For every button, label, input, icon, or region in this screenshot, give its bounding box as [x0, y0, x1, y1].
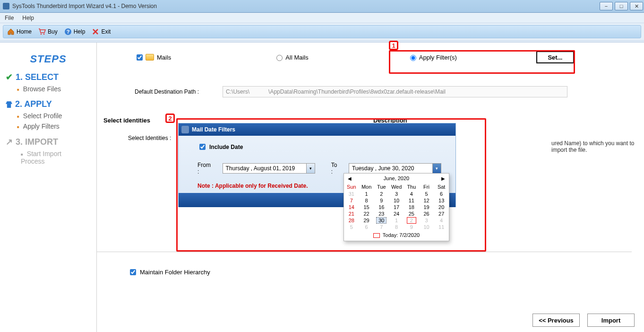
- calendar-day[interactable]: 1: [389, 217, 404, 224]
- calendar-day[interactable]: 3: [389, 191, 404, 197]
- menu-file[interactable]: File: [5, 15, 14, 21]
- toolbar-help-label: Help: [74, 28, 86, 35]
- highlight-1: [389, 50, 575, 74]
- calendar-day[interactable]: 4: [404, 191, 419, 197]
- badge-2: 2: [165, 114, 175, 123]
- calendar-day[interactable]: 5: [344, 224, 359, 230]
- calendar-day[interactable]: 8: [359, 197, 374, 204]
- all-mails-label: All Mails: [285, 54, 308, 61]
- all-mails-radio[interactable]: [276, 55, 283, 61]
- step-2-apply[interactable]: 2. APPLY: [6, 99, 91, 109]
- calendar-month-label[interactable]: June, 2020: [384, 175, 409, 181]
- toolbar: Home Buy ? Help Exit: [3, 25, 641, 38]
- calendar-day[interactable]: 17: [389, 204, 404, 210]
- window-title: SysTools Thunderbird Import Wizard v4.1 …: [12, 3, 157, 9]
- calendar-day[interactable]: 30: [374, 217, 389, 224]
- to-date-picker[interactable]: Tuesday , June 30, 2020: [349, 163, 441, 174]
- maintain-hierarchy-checkbox[interactable]: [130, 269, 136, 275]
- calendar-day[interactable]: 20: [434, 204, 449, 210]
- calendar-day[interactable]: 1: [359, 191, 374, 197]
- calendar-day[interactable]: 16: [374, 204, 389, 210]
- include-date-checkbox[interactable]: [199, 144, 206, 150]
- step-1-select[interactable]: 1. SELECT: [6, 72, 91, 82]
- mails-checkbox-wrap[interactable]: Mails: [135, 53, 171, 62]
- svg-point-1: [43, 34, 45, 35]
- maintain-hierarchy-wrap[interactable]: Maintain Folder Hierarchy: [128, 268, 210, 277]
- calendar-day[interactable]: 28: [344, 217, 359, 224]
- import-button[interactable]: Import: [587, 314, 635, 327]
- calendar-day[interactable]: 6: [359, 224, 374, 230]
- calendar-day[interactable]: 2: [374, 191, 389, 197]
- from-dropdown-icon[interactable]: [306, 164, 315, 173]
- toolbar-buy[interactable]: Buy: [38, 28, 58, 35]
- toolbar-exit-label: Exit: [101, 28, 111, 35]
- calendar-day[interactable]: 27: [434, 210, 449, 217]
- previous-button[interactable]: << Previous: [532, 314, 580, 327]
- calendar-day[interactable]: 25: [404, 210, 419, 217]
- calendar-today-label: Today: 7/2/2020: [383, 232, 420, 238]
- steps-header: STEPS: [6, 53, 91, 65]
- calendar-day[interactable]: 18: [404, 204, 419, 210]
- minimize-button[interactable]: −: [600, 2, 613, 10]
- calendar-day[interactable]: 3: [419, 217, 434, 224]
- toolbar-exit[interactable]: Exit: [92, 28, 111, 35]
- calendar-day[interactable]: 11: [434, 224, 449, 230]
- calendar-day[interactable]: 6: [434, 191, 449, 197]
- close-button[interactable]: ✕: [630, 2, 643, 10]
- menu-help[interactable]: Help: [22, 15, 34, 21]
- calendar-day[interactable]: 21: [344, 210, 359, 217]
- calendar-day[interactable]: 19: [419, 204, 434, 210]
- badge-1: 1: [389, 41, 398, 50]
- calendar-day[interactable]: 15: [359, 204, 374, 210]
- substep-select-profile[interactable]: Select Profile: [17, 112, 91, 120]
- calendar-day[interactable]: 14: [344, 204, 359, 210]
- mails-checkbox[interactable]: [137, 54, 143, 61]
- steps-sidebar: STEPS 1. SELECT Browse Files 2. APPLY Se…: [0, 43, 97, 332]
- calendar-dow: Sun: [344, 183, 359, 191]
- to-dropdown-icon[interactable]: [432, 164, 441, 173]
- toolbar-help[interactable]: ? Help: [64, 28, 86, 35]
- calendar-day[interactable]: 9: [374, 197, 389, 204]
- calendar-day[interactable]: 9: [404, 224, 419, 230]
- calendar-day[interactable]: 12: [419, 197, 434, 204]
- calendar-day[interactable]: 2: [404, 217, 419, 224]
- calendar-next-month[interactable]: ▶: [441, 176, 445, 181]
- include-date-wrap[interactable]: Include Date: [197, 142, 441, 151]
- from-label: From :: [197, 162, 214, 175]
- calendar-day[interactable]: 8: [389, 224, 404, 230]
- calendar-day[interactable]: 29: [359, 217, 374, 224]
- dest-path-input[interactable]: [223, 86, 567, 97]
- calendar-day[interactable]: 7: [344, 197, 359, 204]
- today-marker-icon: [373, 233, 380, 238]
- calendar-dow: Wed: [389, 183, 404, 191]
- calendar-day[interactable]: 22: [359, 210, 374, 217]
- calendar-day[interactable]: 4: [434, 217, 449, 224]
- to-date-value: Tuesday , June 30, 2020: [352, 165, 414, 172]
- calendar-day[interactable]: 7: [374, 224, 389, 230]
- to-label: To :: [331, 162, 340, 175]
- maximize-button[interactable]: □: [615, 2, 628, 10]
- calendar-day[interactable]: 13: [434, 197, 449, 204]
- dialog-title: Mail Date Filters: [179, 123, 455, 136]
- calendar-day[interactable]: 31: [344, 191, 359, 197]
- calendar-day[interactable]: 23: [374, 210, 389, 217]
- toolbar-home[interactable]: Home: [7, 28, 32, 35]
- select-identities-header: Select identities: [103, 117, 150, 124]
- calendar-popup: ◀ June, 2020 ▶ SunMonTueWedThuFriSat 311…: [343, 173, 449, 241]
- select-identities-label: Select Identities :: [128, 135, 171, 141]
- calendar-day[interactable]: 10: [419, 224, 434, 230]
- calendar-day[interactable]: 26: [419, 210, 434, 217]
- substep-browse-files[interactable]: Browse Files: [17, 85, 91, 93]
- calendar-prev-month[interactable]: ◀: [348, 176, 352, 181]
- calendar-day[interactable]: 5: [419, 191, 434, 197]
- title-bar: SysTools Thunderbird Import Wizard v4.1 …: [0, 0, 644, 13]
- calendar-day[interactable]: 24: [389, 210, 404, 217]
- mails-label: Mails: [157, 54, 171, 61]
- cart-icon: [38, 28, 46, 35]
- substep-start-import: Start Import Process: [21, 150, 91, 165]
- from-date-picker[interactable]: Thursday , August 01, 2019: [223, 163, 315, 174]
- calendar-today-row[interactable]: Today: 7/2/2020: [344, 230, 449, 241]
- substep-apply-filters[interactable]: Apply Filters: [17, 122, 91, 130]
- calendar-day[interactable]: 10: [389, 197, 404, 204]
- calendar-day[interactable]: 11: [404, 197, 419, 204]
